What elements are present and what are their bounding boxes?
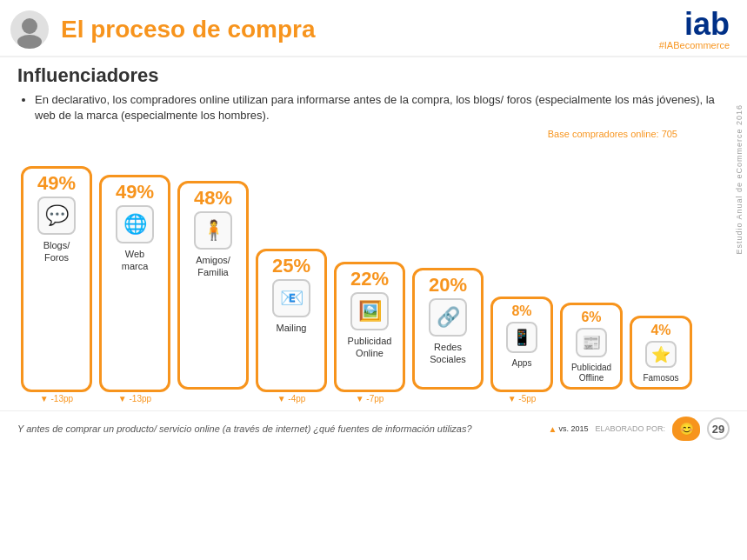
vs-triangle-icon: ▲ <box>549 424 557 434</box>
iab-brand: iab <box>659 9 730 40</box>
bar-percent-pub_online: 22% <box>350 270 389 289</box>
bar-blogs: 49%💬Blogs/ Foros <box>21 166 92 392</box>
bar-group-pub_online: 22%🖼️Publicidad Online▼ -7pp <box>334 262 405 403</box>
bar-group-redes: 20%🔗Redes Sociales <box>412 268 484 403</box>
sidebar-text: Estudio Anual de eCommerce 2016 <box>735 104 744 255</box>
bar-icon-pub_offline: 📰 <box>576 328 607 357</box>
page-header: El proceso de compra iab #IABecommerce <box>0 0 747 57</box>
bar-label-famosos: Famosos <box>643 373 678 383</box>
elogia-logo: 😊 <box>672 417 700 441</box>
section-body: En declarativo, los compradores online u… <box>0 90 747 129</box>
bar-apps: 8%📱Apps <box>490 297 553 392</box>
bar-redes: 20%🔗Redes Sociales <box>412 268 484 390</box>
page-footer: Y antes de comprar un producto/ servicio… <box>0 410 747 446</box>
bar-percent-amigos: 48% <box>194 189 232 208</box>
bar-icon-amigos: 🧍 <box>194 211 232 250</box>
bar-icon-blogs: 💬 <box>37 197 76 235</box>
bar-pub_online: 22%🖼️Publicidad Online <box>334 262 405 392</box>
svg-point-2 <box>17 35 42 49</box>
bar-label-amigos: Amigos/ Familia <box>196 255 230 277</box>
bar-percent-famosos: 4% <box>650 323 670 337</box>
bar-label-mailing: Mailing <box>277 323 307 334</box>
elogia-icon: 😊 <box>672 417 700 441</box>
bar-label-apps: Apps <box>512 358 532 369</box>
bar-label-pub_online: Publicidad Online <box>348 336 392 358</box>
bar-amigos: 48%🧍Amigos/ Familia <box>177 181 249 390</box>
section-title: Influenciadores <box>0 57 747 90</box>
vs-label: vs. 2015 <box>558 424 588 433</box>
bar-delta-web: ▼ -13pp <box>118 394 151 403</box>
bar-icon-web: 🌐 <box>116 205 154 243</box>
bar-delta-apps: ▼ -5pp <box>508 394 537 403</box>
page-title: El proceso de compra <box>61 16 659 43</box>
bar-delta-mailing: ▼ -4pp <box>277 394 306 403</box>
bar-delta-blogs: ▼ -13pp <box>40 394 73 403</box>
bar-pub_offline: 6%📰Publicidad Offline <box>560 303 623 390</box>
bar-percent-apps: 8% <box>511 304 531 318</box>
svg-point-1 <box>22 18 37 34</box>
bar-group-amigos: 48%🧍Amigos/ Familia <box>177 181 249 403</box>
bar-web: 49%🌐Web marca <box>99 175 170 392</box>
page-number: 29 <box>707 417 730 440</box>
bar-percent-mailing: 25% <box>272 257 310 276</box>
bar-group-mailing: 25%📧Mailing▼ -4pp <box>256 249 327 403</box>
bar-delta-pub_online: ▼ -7pp <box>356 394 384 403</box>
bar-percent-redes: 20% <box>429 276 467 295</box>
bar-percent-web: 49% <box>116 183 154 202</box>
iab-logo: iab #IABecommerce <box>659 9 730 50</box>
bar-percent-blogs: 49% <box>37 174 76 193</box>
bar-group-blogs: 49%💬Blogs/ Foros▼ -13pp <box>21 166 92 403</box>
bar-icon-pub_online: 🖼️ <box>350 292 389 330</box>
bar-icon-famosos: ⭐ <box>645 341 677 368</box>
vs-badge: ▲ vs. 2015 <box>549 424 589 434</box>
footer-question: Y antes de comprar un producto/ servicio… <box>17 423 549 434</box>
header-logo-icon <box>9 9 50 50</box>
bar-icon-apps: 📱 <box>506 322 537 353</box>
bar-mailing: 25%📧Mailing <box>256 249 327 392</box>
bar-group-web: 49%🌐Web marca▼ -13pp <box>99 175 170 403</box>
bar-famosos: 4%⭐Famosos <box>630 316 692 390</box>
bar-label-pub_offline: Publicidad Offline <box>571 363 611 383</box>
base-note: Base compradores online: 705 <box>0 129 747 143</box>
bar-label-redes: Redes Sociales <box>430 342 466 364</box>
bar-icon-mailing: 📧 <box>272 279 310 317</box>
bar-percent-pub_offline: 6% <box>581 310 601 324</box>
bar-group-famosos: 4%⭐Famosos <box>630 316 692 403</box>
section-text: En declarativo, los compradores online u… <box>35 92 730 123</box>
chart-area: 49%💬Blogs/ Foros▼ -13pp49%🌐Web marca▼ -1… <box>0 143 747 403</box>
bar-label-blogs: Blogs/ Foros <box>43 240 70 263</box>
iab-hashtag: #IABecommerce <box>659 40 730 50</box>
elaborado-por: ELABORADO POR: <box>595 424 665 433</box>
bar-label-web: Web marca <box>122 249 149 271</box>
footer-right: ▲ vs. 2015 ELABORADO POR: 😊 29 <box>549 417 730 441</box>
bar-group-pub_offline: 6%📰Publicidad Offline <box>560 303 623 403</box>
bar-icon-redes: 🔗 <box>429 298 467 337</box>
bar-group-apps: 8%📱Apps▼ -5pp <box>490 297 553 403</box>
